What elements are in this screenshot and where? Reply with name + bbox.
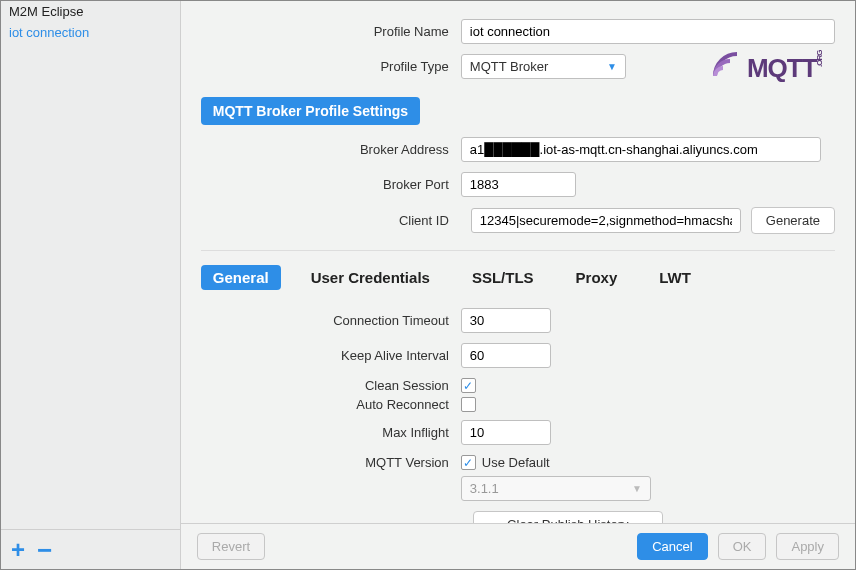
broker-address-input[interactable] xyxy=(461,137,821,162)
profile-name-input[interactable] xyxy=(461,19,835,44)
mqtt-version-value: 3.1.1 xyxy=(470,481,499,496)
broker-address-label: Broker Address xyxy=(201,142,461,157)
use-default-label: Use Default xyxy=(482,455,550,470)
tab-general[interactable]: General xyxy=(201,265,281,290)
keep-alive-label: Keep Alive Interval xyxy=(201,348,461,363)
use-default-checkbox[interactable]: ✓ xyxy=(461,455,476,470)
tab-user-credentials[interactable]: User Credentials xyxy=(299,265,442,290)
clean-session-checkbox[interactable]: ✓ xyxy=(461,378,476,393)
connection-timeout-input[interactable] xyxy=(461,308,551,333)
profile-type-value: MQTT Broker xyxy=(470,59,549,74)
revert-button[interactable]: Revert xyxy=(197,533,265,560)
sidebar-footer: + − xyxy=(1,529,180,569)
clean-session-label: Clean Session xyxy=(201,378,461,393)
profile-type-label: Profile Type xyxy=(201,59,461,74)
broker-port-label: Broker Port xyxy=(201,177,461,192)
section-heading: MQTT Broker Profile Settings xyxy=(201,89,835,137)
clear-publish-history-button[interactable]: Clear Publish History xyxy=(473,511,663,523)
mqtt-version-label: MQTT Version xyxy=(201,455,461,470)
footer: Revert Cancel OK Apply xyxy=(181,523,855,569)
chevron-down-icon: ▼ xyxy=(607,61,617,72)
cancel-button[interactable]: Cancel xyxy=(637,533,707,560)
profile-type-select[interactable]: MQTT Broker ▼ xyxy=(461,54,626,79)
broker-port-input[interactable] xyxy=(461,172,576,197)
auto-reconnect-checkbox[interactable] xyxy=(461,397,476,412)
section-badge: MQTT Broker Profile Settings xyxy=(201,97,420,125)
mqtt-arc-icon xyxy=(713,52,743,85)
client-id-label: Client ID xyxy=(201,213,461,228)
tab-ssl-tls[interactable]: SSL/TLS xyxy=(460,265,546,290)
max-inflight-input[interactable] xyxy=(461,420,551,445)
ok-button[interactable]: OK xyxy=(718,533,767,560)
keep-alive-input[interactable] xyxy=(461,343,551,368)
tab-lwt[interactable]: LWT xyxy=(647,265,703,290)
sidebar-item-iot[interactable]: iot connection xyxy=(1,22,180,43)
generate-button[interactable]: Generate xyxy=(751,207,835,234)
sidebar: M2M Eclipse iot connection + − xyxy=(1,1,181,569)
mqtt-logo: MQTT.ORG xyxy=(713,51,833,85)
main-panel: MQTT.ORG Profile Name Profile Type MQTT … xyxy=(181,1,855,569)
max-inflight-label: Max Inflight xyxy=(201,425,461,440)
connection-timeout-label: Connection Timeout xyxy=(201,313,461,328)
add-profile-icon[interactable]: + xyxy=(11,538,25,562)
tab-proxy[interactable]: Proxy xyxy=(564,265,630,290)
tabs: General User Credentials SSL/TLS Proxy L… xyxy=(201,250,835,290)
auto-reconnect-label: Auto Reconnect xyxy=(201,397,461,412)
mqtt-version-select: 3.1.1 ▼ xyxy=(461,476,651,501)
apply-button[interactable]: Apply xyxy=(776,533,839,560)
remove-profile-icon[interactable]: − xyxy=(37,537,52,563)
chevron-down-icon: ▼ xyxy=(632,483,642,494)
profile-name-label: Profile Name xyxy=(201,24,461,39)
sidebar-item-m2m[interactable]: M2M Eclipse xyxy=(1,1,180,22)
client-id-input[interactable] xyxy=(471,208,741,233)
sidebar-list: M2M Eclipse iot connection xyxy=(1,1,180,529)
